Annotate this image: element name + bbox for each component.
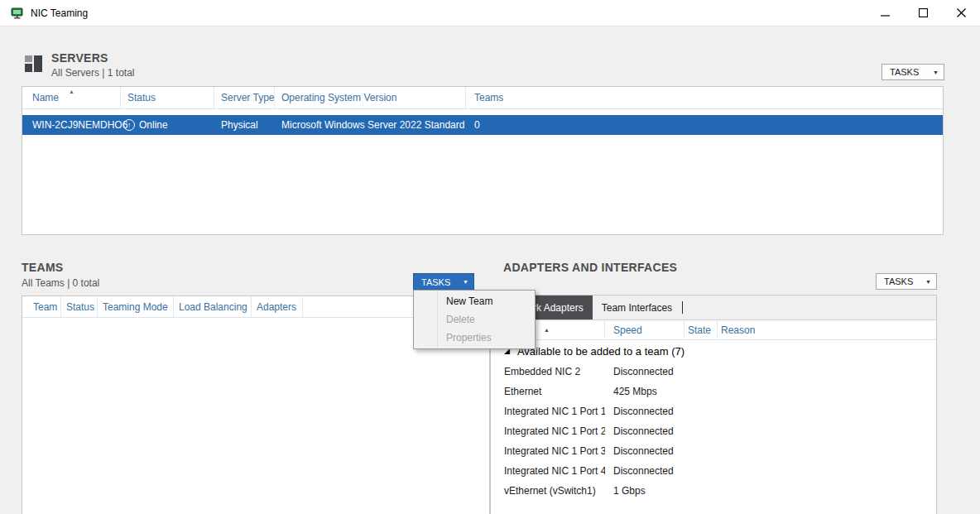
column-header-os-version[interactable]: Operating System Version (275, 87, 466, 109)
up-arrow-glyph: ↑ (127, 122, 132, 129)
adapter-row[interactable]: Integrated NIC 1 Port 1-1 Disconnected (491, 401, 936, 421)
adapter-row[interactable]: Integrated NIC 1 Port 4-1 Disconnected (491, 461, 936, 481)
server-row-selected[interactable]: WIN-2CJ9NEMDHO6 ↑ Online Physical Micros… (22, 115, 943, 135)
column-header-status[interactable]: Status (61, 296, 98, 318)
teams-tasks-label: TASKS (421, 277, 450, 287)
adapter-row[interactable]: vEthernet (vSwitch1) 1 Gbps (491, 481, 936, 501)
server-teams-count: 0 (466, 119, 943, 131)
adapters-tab-strip: Network Adapters Team Interfaces (491, 295, 936, 320)
adapter-row[interactable]: Integrated NIC 1 Port 2-1 Disconnected (491, 421, 936, 441)
server-name: WIN-2CJ9NEMDHO6 (22, 119, 121, 131)
column-header-teaming-mode[interactable]: Teaming Mode (98, 296, 174, 318)
column-label: Operating System Version (281, 92, 396, 103)
adapters-tasks-label: TASKS (884, 276, 913, 286)
window-title: NIC Teaming (31, 7, 88, 19)
maximize-button[interactable] (904, 0, 942, 26)
menu-item-delete[interactable]: Delete (414, 310, 535, 329)
close-icon (957, 8, 966, 17)
column-header-teams[interactable]: Teams (466, 87, 943, 109)
servers-icon (23, 53, 45, 77)
column-label: Server Type (221, 92, 274, 103)
teams-tasks-menu: New Team Delete Properties (413, 290, 536, 349)
teams-section-title: TEAMS (22, 261, 64, 274)
teams-section-subtitle: All Teams | 0 total (22, 277, 99, 289)
servers-table-header: ▲ Name Status Server Type Operating Syst… (22, 87, 943, 109)
close-button[interactable] (942, 0, 980, 26)
adapters-section-title: ADAPTERS AND INTERFACES (503, 261, 677, 274)
servers-section-title: SERVERS (51, 51, 108, 65)
column-label: Reason (721, 324, 755, 336)
adapter-group-header[interactable]: ◢ Available to be added to a team (7) (491, 340, 936, 362)
column-label: Speed (613, 324, 642, 336)
minimize-button[interactable] (866, 0, 904, 26)
tab-separator (682, 301, 683, 314)
column-label: Status (127, 92, 156, 103)
column-header-reason[interactable]: Reason (718, 320, 936, 340)
adapter-speed: Disconnected (605, 366, 685, 377)
window-controls (866, 0, 980, 26)
app-icon (11, 7, 24, 20)
status-online-up-icon: ↑ (123, 119, 135, 131)
column-label: Name (32, 92, 59, 103)
adapters-table-header: ▲ Speed State Reason (491, 320, 936, 340)
menu-item-new-team[interactable]: New Team (414, 292, 535, 310)
adapter-speed: 425 Mbps (605, 386, 685, 397)
maximize-icon (919, 8, 928, 17)
adapter-row[interactable]: Embedded NIC 2 Disconnected (491, 362, 936, 382)
group-header-label: Available to be added to a team (7) (517, 345, 685, 358)
menu-item-properties[interactable]: Properties (414, 329, 535, 347)
column-label: Team (33, 301, 57, 313)
column-label: Teams (474, 92, 503, 103)
adapter-speed: Disconnected (605, 465, 685, 477)
adapter-name: vEthernet (vSwitch1) (491, 485, 605, 497)
tab-team-interfaces[interactable]: Team Interfaces (593, 295, 681, 319)
adapters-panel: Network Adapters Team Interfaces ▲ Speed… (490, 295, 937, 514)
adapter-name: Integrated NIC 1 Port 2-1 (491, 425, 605, 437)
server-status: Online (139, 119, 168, 131)
column-label: State (688, 324, 711, 336)
column-label: Status (66, 301, 94, 313)
column-label: Teaming Mode (103, 301, 168, 313)
adapter-speed: 1 Gbps (605, 485, 685, 497)
adapter-speed: Disconnected (605, 406, 685, 417)
column-header-status[interactable]: Status (121, 87, 214, 109)
column-header-name[interactable]: ▲ Name (22, 87, 121, 109)
menu-gutter-line (437, 292, 438, 347)
chevron-down-icon: ▼ (917, 279, 931, 285)
column-header-server-type[interactable]: Server Type (214, 87, 275, 109)
sort-asc-icon: ▲ (69, 89, 74, 94)
column-header-load-balancing[interactable]: Load Balancing (174, 296, 252, 318)
sort-asc-icon: ▲ (544, 327, 550, 333)
server-type: Physical (214, 119, 275, 131)
column-header-team[interactable]: Team (22, 296, 61, 318)
column-header-speed[interactable]: Speed (605, 320, 685, 340)
adapter-speed: Disconnected (605, 425, 685, 437)
adapter-name: Integrated NIC 1 Port 1-1 (491, 406, 605, 417)
server-status-cell: ↑ Online (121, 119, 214, 131)
adapter-name: Ethernet (491, 386, 605, 397)
adapter-speed: Disconnected (605, 445, 685, 457)
server-os-version: Microsoft Windows Server 2022 Standard (275, 119, 466, 131)
teams-tasks-button[interactable]: TASKS ▼ (413, 273, 474, 291)
adapter-name: Embedded NIC 2 (491, 366, 605, 377)
column-label: Adapters (257, 301, 296, 313)
servers-table: ▲ Name Status Server Type Operating Syst… (22, 86, 944, 235)
titlebar: NIC Teaming (0, 0, 980, 26)
servers-tasks-label: TASKS (890, 67, 919, 77)
servers-section-subtitle: All Servers | 1 total (51, 67, 135, 79)
adapter-row[interactable]: Ethernet 425 Mbps (491, 382, 936, 401)
minimize-icon (881, 8, 890, 17)
adapter-name: Integrated NIC 1 Port 3-1 (491, 445, 605, 457)
adapters-tasks-button[interactable]: TASKS ▼ (876, 273, 937, 290)
column-label: Load Balancing (179, 301, 247, 313)
adapter-row[interactable]: Integrated NIC 1 Port 3-1 Disconnected (491, 441, 936, 461)
servers-tasks-button[interactable]: TASKS ▼ (882, 64, 944, 80)
column-header-state[interactable]: State (685, 320, 718, 340)
chevron-down-icon: ▼ (454, 279, 468, 285)
adapter-name: Integrated NIC 1 Port 4-1 (491, 465, 605, 477)
chevron-down-icon: ▼ (925, 70, 939, 75)
column-header-adapters[interactable]: Adapters (252, 296, 303, 318)
